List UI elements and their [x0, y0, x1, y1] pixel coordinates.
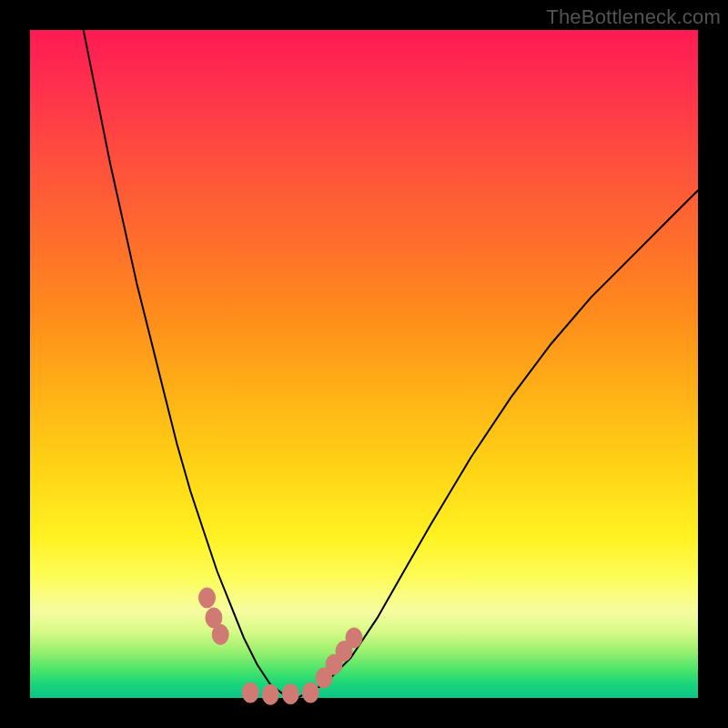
- attribution-text: TheBottleneck.com: [546, 5, 721, 29]
- data-marker: [212, 624, 228, 644]
- bottleneck-curve: [84, 30, 698, 698]
- data-marker: [346, 628, 362, 648]
- data-marker: [199, 588, 216, 608]
- markers-group: [199, 588, 363, 704]
- chart-overlay: [30, 30, 698, 698]
- data-marker: [302, 682, 318, 703]
- data-marker: [242, 682, 258, 703]
- data-marker: [262, 684, 278, 704]
- data-marker: [282, 684, 298, 704]
- chart-frame: TheBottleneck.com: [0, 0, 728, 728]
